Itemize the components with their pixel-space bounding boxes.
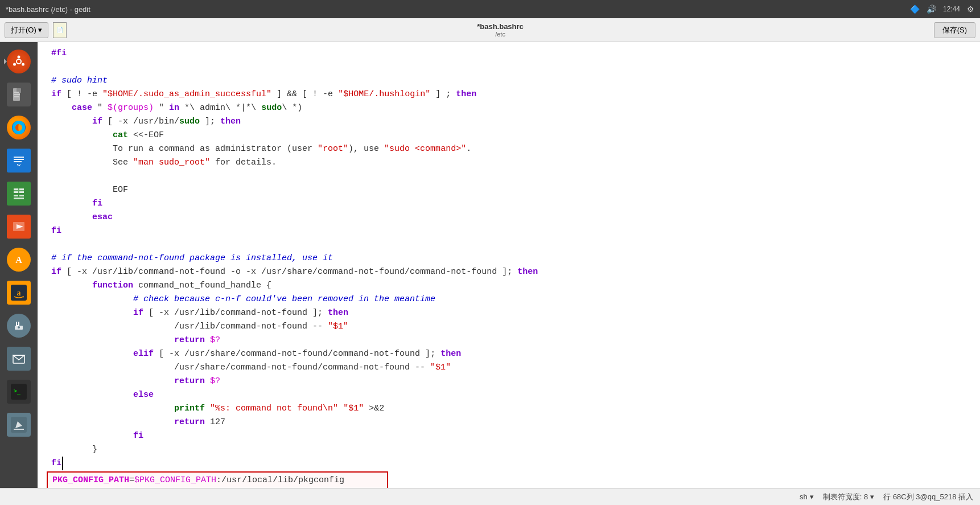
files-icon	[7, 83, 31, 106]
code-line-return2: return $?	[47, 375, 971, 388]
main-area: W	[0, 42, 980, 488]
code-line-fi1: fi	[47, 197, 971, 211]
statusbar-shell[interactable]: sh ▾	[800, 492, 814, 501]
sidebar-item-ubuntu[interactable]	[4, 47, 34, 76]
code-line-export: export PKG_CONFIG_PATH	[52, 487, 382, 488]
sidebar-item-terminal[interactable]: >_	[4, 377, 34, 407]
bluetooth-icon: 🔷	[910, 5, 920, 14]
svg-text:W: W	[17, 163, 21, 167]
toolbar: 打开(O) ▾ 📄 *bash.bashrc /etc 保存(S)	[0, 18, 980, 42]
sidebar-item-firefox[interactable]	[4, 113, 34, 142]
svg-rect-7	[14, 92, 19, 93]
wrench-icon	[7, 314, 31, 338]
code-line-pkgconfig: PKG_CONFIG_PATH = $PKG_CONFIG_PATH :/usr…	[52, 474, 382, 487]
firefox-icon	[7, 116, 31, 139]
svg-text:A: A	[15, 255, 22, 265]
code-line-fi4: fi	[47, 457, 971, 470]
svg-point-3	[22, 63, 24, 66]
code-line-blank1	[47, 60, 971, 74]
code-line-function: function command_not_found_handle {	[47, 279, 971, 293]
writer-icon: W	[7, 149, 31, 173]
font-icon: A	[7, 248, 31, 272]
sidebar-item-editor[interactable]	[4, 410, 34, 440]
red-box-section: PKG_CONFIG_PATH = $PKG_CONFIG_PATH :/usr…	[47, 471, 971, 488]
statusbar-position: 行 68C列 3@qq_5218 插入	[883, 492, 973, 502]
sidebar-item-writer[interactable]: W	[4, 146, 34, 175]
window-filename: *bash.bashrc	[71, 22, 929, 31]
titlebar: *bash.bashrc (/etc) - gedit 🔷 🔊 12:44 ⚙	[0, 0, 980, 18]
code-line-blank3	[47, 238, 971, 252]
terminal-icon: >_	[7, 380, 31, 404]
window-path: /etc	[71, 31, 929, 38]
impress-icon	[7, 215, 31, 239]
svg-rect-24	[19, 195, 24, 196]
amazon-icon: a	[7, 281, 31, 305]
svg-rect-20	[19, 188, 24, 190]
sidebar-item-font[interactable]: A	[4, 245, 34, 274]
edit-icon	[7, 413, 31, 437]
window-title-area: *bash.bashrc /etc	[71, 22, 929, 38]
sidebar-item-amazon[interactable]: a	[4, 278, 34, 307]
code-line-fi3: fi	[47, 429, 971, 443]
svg-rect-14	[14, 159, 24, 160]
svg-rect-21	[14, 191, 18, 193]
titlebar-title: *bash.bashrc (/etc) - gedit	[6, 5, 90, 14]
sidebar: W	[0, 42, 38, 488]
titlebar-right: 🔷 🔊 12:44 ⚙	[910, 5, 974, 14]
volume-icon: 🔊	[927, 5, 936, 14]
code-line-printf: printf "%s: command not found\n" "$1" >&…	[47, 402, 971, 416]
power-icon: ⚙	[967, 5, 974, 14]
code-line-comment: # sudo hint	[47, 74, 971, 88]
code-line-cmd2: /usr/share/command-not-found/command-not…	[47, 361, 971, 375]
shell-dropdown-icon: ▾	[810, 492, 814, 501]
code-line-brace: }	[47, 443, 971, 457]
sidebar-item-files[interactable]	[4, 80, 34, 109]
tab-width-dropdown-icon: ▾	[870, 492, 874, 501]
svg-rect-23	[14, 195, 18, 196]
code-line-if2: if [ -x /usr/bin/ sudo ]; then	[47, 115, 971, 129]
code-line-if4: if [ -x /usr/lib/command-not-found ]; th…	[47, 306, 971, 320]
sidebar-item-system[interactable]	[4, 311, 34, 340]
calc-icon	[7, 182, 31, 206]
code-line-blank2	[47, 170, 971, 183]
code-line-elif: elif [ -x /usr/share/command-not-found/c…	[47, 347, 971, 361]
sidebar-item-inbox[interactable]	[4, 344, 34, 373]
save-button[interactable]: 保存(S)	[934, 22, 975, 38]
file-icon: 📄	[53, 22, 67, 38]
svg-rect-25	[14, 198, 24, 199]
code-line-return1: return $?	[47, 334, 971, 347]
svg-rect-22	[19, 191, 24, 193]
sidebar-item-calc[interactable]	[4, 179, 34, 208]
code-line-if1: if [ ! -e "$HOME/.sudo_as_admin_successf…	[47, 88, 971, 101]
svg-rect-9	[14, 96, 19, 97]
statusbar-tabwidth[interactable]: 制表符宽度: 8 ▾	[823, 492, 874, 502]
svg-point-1	[18, 56, 20, 59]
code-line-case: case " $(groups) " in *\ admin\ *|*\ sud…	[47, 101, 971, 115]
code-line-if3: if [ -x /usr/lib/command-not-found -o -x…	[47, 265, 971, 279]
code-line-cmd1: /usr/lib/command-not-found -- "$1"	[47, 320, 971, 334]
ubuntu-icon	[7, 50, 31, 73]
cursor-position: 行 68C列 3@qq_5218 插入	[883, 492, 973, 502]
code-line-see: See "man sudo_root" for details.	[47, 156, 971, 170]
code-line-return3: return 127	[47, 416, 971, 429]
svg-text:>_: >_	[14, 388, 21, 395]
code-line-comment3: # check because c-n-f could've been remo…	[47, 293, 971, 306]
code-line-esac: esac	[47, 211, 971, 224]
statusbar: sh ▾ 制表符宽度: 8 ▾ 行 68C列 3@qq_5218 插入	[0, 488, 980, 505]
code-line-else: else	[47, 388, 971, 402]
inbox-icon	[7, 347, 31, 371]
open-button[interactable]: 打开(O) ▾	[5, 22, 48, 38]
shell-label: sh	[800, 492, 808, 501]
tab-width-label: 制表符宽度: 8	[823, 492, 868, 502]
editor-area[interactable]: #fi # sudo hint if [ ! -e "$HOME/.sudo_a…	[38, 42, 980, 488]
code-line-torun: To run a command as administrator (user …	[47, 142, 971, 156]
code-line-eof: EOF	[47, 183, 971, 197]
svg-point-36	[18, 326, 20, 329]
code-line-1: #fi	[47, 47, 971, 60]
code-line-cat: cat <<-EOF	[47, 129, 971, 142]
svg-text:a: a	[17, 289, 21, 297]
svg-rect-13	[14, 157, 24, 158]
sidebar-item-impress[interactable]	[4, 212, 34, 241]
code-line-comment2: # if the command-not-found package is in…	[47, 252, 971, 265]
clock: 12:44	[943, 5, 960, 13]
